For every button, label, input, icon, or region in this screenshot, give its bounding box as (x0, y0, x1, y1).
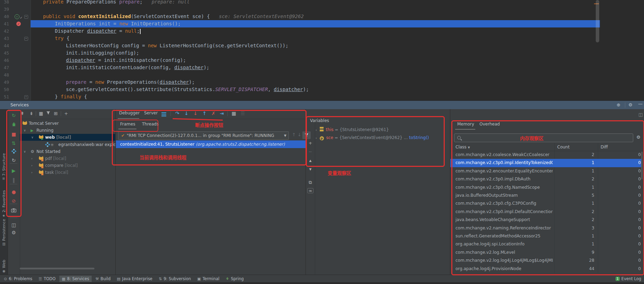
fold-marker-icon[interactable]: − (24, 15, 28, 19)
memory-row[interactable]: org.apache.log4j.ProvisionNode440 (450, 265, 643, 273)
tool-button-persistence[interactable]: ▤Persistence (0, 220, 8, 246)
chevron-icon[interactable]: ∨ (24, 148, 26, 155)
fold-marker-icon[interactable]: − (24, 37, 28, 41)
copy-icon[interactable]: ⧉ (306, 180, 315, 185)
force-step-into-icon[interactable]: ↓ (193, 111, 198, 116)
memory-row[interactable]: java.beans.VetoableChangeSupport20 (450, 216, 643, 224)
status-build[interactable]: ⚒Build (93, 276, 113, 282)
breakpoint-icon[interactable]: ✓ (16, 22, 21, 26)
group-by-icon[interactable]: ▦ (39, 111, 43, 116)
tree-item-egrantshanxiweb-war-exploded[interactable]: ✳egrantshanxiweb:war exploded (20, 141, 115, 148)
chevron-right-icon[interactable]: › (316, 136, 317, 140)
code-editor[interactable]: 38private PrepareOperations prepare;prep… (0, 0, 644, 100)
tree-item-pdf[interactable]: ›pdf [local] (20, 155, 115, 162)
memory-row[interactable]: com.mchange.v2.c3p0.impl.DefaultConnecti… (450, 208, 643, 216)
add-watch-icon[interactable]: + (306, 140, 315, 146)
code-line-47[interactable]: 47init.initStaticContentLoader(config, d… (0, 64, 644, 71)
stop-icon[interactable]: ■ (8, 131, 20, 137)
remove-watch-icon[interactable]: − (306, 149, 315, 154)
expand-all-icon[interactable]: ⇞ (20, 111, 24, 116)
variable-row-this[interactable]: ›this = {StrutsListener@9261} (316, 126, 448, 133)
move-down-icon[interactable]: ▼ (306, 168, 315, 171)
tab-overhead[interactable]: Overhead (479, 122, 500, 127)
hide-panel-icon[interactable]: ◫ (638, 112, 643, 117)
next-frame-icon[interactable]: ↓ (298, 132, 301, 137)
chevron-icon[interactable]: › (31, 155, 33, 162)
tree-item-tomcat-server[interactable]: ∨Tomcat Server (20, 120, 115, 127)
code-line-44[interactable]: 44ListenerHostConfig config = new Listen… (0, 42, 644, 49)
stack-frame-row[interactable]: contextInitialized:41, StrutsListener (o… (116, 140, 306, 148)
memory-row[interactable]: com.mchange.v2.c3p0.cfg.NamedScope10 (450, 184, 643, 192)
memory-settings-gear-icon[interactable]: ⚙ (636, 135, 641, 140)
add-icon[interactable]: + (64, 111, 68, 116)
tab-threads[interactable]: Threads (142, 122, 159, 127)
status-terminal[interactable]: ▣Terminal (195, 276, 222, 282)
memory-row[interactable]: com.mchange.v2.encounter.EqualityEncount… (450, 167, 643, 175)
resume-icon[interactable]: ▶ (8, 168, 20, 173)
status-problems[interactable]: ⊙6: Problems (1, 276, 35, 282)
tab-debugger[interactable]: Debugger (119, 111, 140, 115)
collapse-all-icon[interactable]: ⇟ (30, 111, 33, 116)
code-line-42[interactable]: 42Dispatcher dispatcher = null; (0, 27, 644, 35)
code-line-38[interactable]: 38private PrepareOperations prepare;prep… (0, 0, 644, 6)
filter-icon[interactable] (46, 111, 50, 116)
add-service-icon[interactable]: ⊞ (54, 111, 58, 116)
tab-memory[interactable]: Memory (457, 122, 474, 127)
tree-horizontal-scrollbar[interactable] (20, 268, 94, 269)
memory-row[interactable]: com.mchange.v2.coalesce.WeakCcCoalescer2… (450, 151, 643, 159)
chevron-icon[interactable]: ∨ (24, 127, 26, 134)
drop-frame-icon[interactable]: ✗ (211, 111, 216, 116)
column-count[interactable]: Count (557, 143, 570, 151)
code-line-50[interactable]: 50sce.getServletContext().setAttribute(S… (0, 86, 644, 93)
move-up-icon[interactable]: ▲ (306, 159, 315, 162)
code-line-51[interactable]: 51−} finally { (0, 93, 644, 100)
tree-item-compare[interactable]: ›compare [local] (20, 162, 115, 169)
tool-button-web[interactable]: ◉Web (0, 258, 8, 273)
memory-row[interactable]: com.mchange.v2.naming.ReferenceIndirecto… (450, 224, 643, 232)
settings-gear-icon[interactable]: ⚙ (628, 102, 633, 107)
tree-item-web[interactable]: ∨▶web [local] (20, 134, 115, 141)
code-line-46[interactable]: 46dispatcher = init.initDispatcher(confi… (0, 57, 644, 64)
memory-row[interactable]: org.apache.log4j.spi.LocationInfo10 (450, 240, 643, 248)
memory-row[interactable]: java.io.BufferedOutputStream50 (450, 192, 643, 200)
tab-frames[interactable]: Frames (120, 122, 135, 127)
override-method-icon[interactable]: ↑ (15, 14, 19, 19)
code-line-40[interactable]: 40↑✓−public void contextInitialized(Serv… (0, 13, 644, 20)
status-todo[interactable]: ☰TODO (36, 276, 58, 282)
chevron-right-icon[interactable]: › (316, 128, 317, 132)
chevron-icon[interactable]: ∨ (31, 134, 34, 141)
memory-search-input[interactable] (454, 133, 633, 142)
previous-frame-icon[interactable]: ↑ (292, 132, 296, 137)
code-line-41[interactable]: 41✓InitOperations init = new InitOperati… (0, 20, 644, 27)
variable-row-sce[interactable]: ›psce = {ServletContextEvent@9262} ... t… (316, 134, 448, 141)
update-application-icon[interactable]: ⇅ (8, 140, 20, 146)
chevron-icon[interactable]: › (31, 169, 33, 176)
memory-row[interactable]: com.mchange.v2.log.log4j.Log4jMLog$Log4j… (450, 257, 643, 265)
status-spring[interactable]: ⚘Spring (223, 276, 246, 282)
layout-settings-icon[interactable]: ☰ (241, 111, 245, 116)
memory-table-header[interactable]: Class ▼ Count Diff (450, 143, 644, 151)
memory-row[interactable]: com.mchange.v2.c3p0.cfg.C3P0Config10 (450, 200, 643, 208)
tree-item-not-started[interactable]: ∨⚙Not Started (20, 148, 115, 155)
restore-layout-icon[interactable]: ◫ (8, 222, 20, 228)
tostring-link[interactable]: toString() (409, 135, 429, 140)
column-class[interactable]: Class ▼ (455, 143, 470, 152)
mute-breakpoints-icon[interactable]: ⊘ (8, 198, 20, 204)
run-to-cursor-icon[interactable]: ⇥ (220, 111, 224, 116)
step-into-icon[interactable]: ↓ (184, 111, 189, 116)
tool-button-structure[interactable]: ≣7: Structure (0, 150, 8, 180)
rerun-icon[interactable]: ↻ (8, 113, 20, 118)
code-line-49[interactable]: 49prepare = new PrepareOperations(dispat… (0, 79, 644, 86)
status-java-enterprise[interactable]: ▤Java Enterprise (114, 276, 155, 282)
settings-gear-icon[interactable]: ⚙ (8, 230, 20, 235)
tool-button-favorites[interactable]: ★2: Favorites (0, 188, 8, 218)
step-over-icon[interactable]: ↷ (175, 111, 179, 116)
evaluate-expression-icon[interactable]: ▦ (232, 111, 236, 116)
editor-scrollbar[interactable] (596, 0, 599, 42)
fold-marker-icon[interactable]: − (24, 95, 28, 99)
column-diff[interactable]: Diff (601, 143, 608, 151)
tree-item-running[interactable]: ∨▶Running (20, 127, 115, 134)
refresh-icon[interactable]: ↻ (8, 157, 20, 163)
code-line-48[interactable]: 48 (0, 71, 644, 79)
tree-item-task[interactable]: ›task [local] (20, 169, 115, 176)
